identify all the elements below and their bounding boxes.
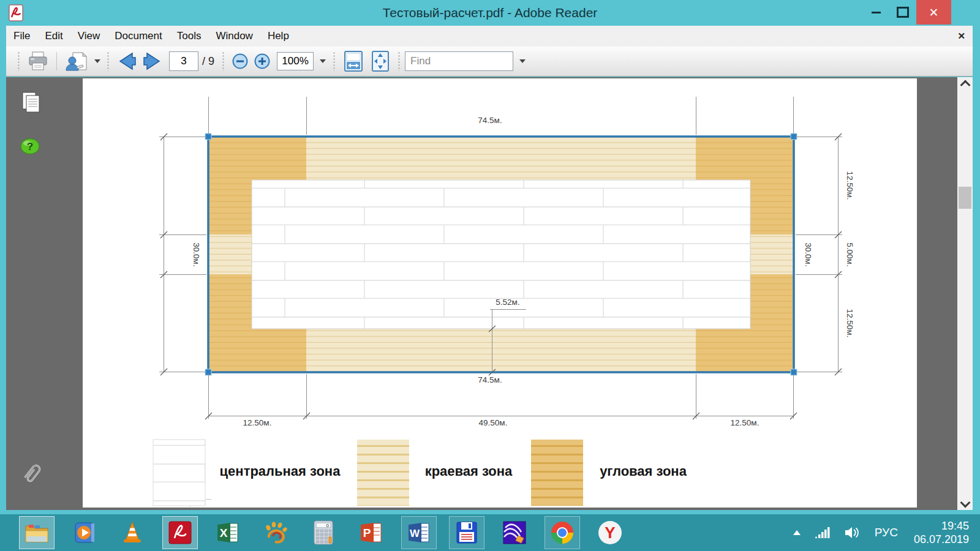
taskbar-app-calculator[interactable]: 0	[306, 516, 341, 549]
menu-tools[interactable]: Tools	[170, 26, 209, 47]
taskbar-app-finereader[interactable]	[497, 516, 532, 549]
toolbar-grip	[17, 51, 21, 71]
triangle-up-icon	[793, 530, 801, 536]
taskbar-app-adobe-reader[interactable]	[162, 516, 198, 549]
system-tray: РУС 19:45 06.07.2019	[793, 514, 969, 551]
network-status-icon[interactable]	[815, 527, 831, 539]
plus-circle-icon	[254, 53, 271, 70]
attachment-paperclip-icon[interactable]	[20, 460, 44, 489]
fit-page-icon	[369, 50, 391, 72]
zoom-in-button[interactable]	[251, 49, 273, 73]
taskbar-app-yandex-browser[interactable]: Y	[592, 516, 628, 549]
calculator-icon: 0	[312, 520, 334, 545]
menu-file[interactable]: File	[6, 26, 37, 47]
taskbar-app-vlc[interactable]	[115, 516, 150, 549]
dim-top: 74.5м.	[478, 116, 502, 125]
taskbar-app-xnview[interactable]	[258, 516, 293, 549]
dim-right-mid: 5.00м.	[845, 242, 854, 266]
volume-icon[interactable]	[844, 526, 861, 539]
scroll-down-button[interactable]	[957, 498, 973, 510]
taskbar-app-word[interactable]: W	[401, 516, 437, 549]
file-explorer-icon	[24, 521, 50, 544]
window-border-right	[973, 26, 980, 510]
svg-text:?: ?	[27, 141, 33, 152]
powerpoint-icon: P	[359, 520, 383, 545]
dim-left-total: 30.0м.	[192, 242, 201, 266]
next-page-button[interactable]	[140, 49, 165, 73]
svg-text:0: 0	[326, 523, 330, 528]
scroll-up-button[interactable]	[957, 77, 973, 89]
person-document-icon	[64, 50, 91, 72]
maximize-button[interactable]	[889, 0, 916, 24]
language-indicator[interactable]: РУС	[875, 526, 898, 539]
svg-text:Y: Y	[605, 523, 615, 542]
toolbar-grip	[398, 51, 401, 71]
dim-bottom-total: 74.5м.	[478, 375, 502, 384]
taskbar: X 0	[0, 514, 980, 551]
page-count-label: / 9	[202, 55, 214, 68]
arrow-right-icon	[142, 51, 163, 71]
taskbar-app-powerpoint[interactable]: P	[353, 516, 389, 549]
dim-right-bottom: 12.50м.	[845, 309, 854, 338]
zoom-level-value[interactable]: 100%	[277, 52, 314, 70]
minus-circle-icon	[232, 53, 249, 70]
taskbar-app-file-explorer[interactable]	[19, 516, 55, 549]
legend-label-central: центральная зона	[220, 463, 341, 479]
find-caret-icon	[519, 59, 526, 63]
pages-panel-icon[interactable]	[20, 91, 44, 114]
menubar-close-icon[interactable]: ✕	[957, 26, 965, 47]
legend-swatch-corner	[531, 440, 583, 506]
menu-bar: File Edit View Document Tools Window Hel…	[6, 26, 974, 47]
dim-bottom-right: 12.50м.	[731, 418, 760, 427]
fit-width-icon	[342, 50, 364, 72]
previous-page-button[interactable]	[114, 49, 140, 73]
clock[interactable]: 19:45 06.07.2019	[914, 519, 969, 547]
yandex-browser-icon: Y	[597, 520, 623, 545]
wind-zones-diagram: 74.5м. 74.5м. 12.50м. 49.50м. 12.50м. 30…	[83, 78, 917, 508]
document-viewport: ?	[6, 77, 974, 510]
print-button[interactable]	[24, 49, 51, 73]
menu-edit[interactable]: Edit	[37, 26, 70, 47]
share-sign-button[interactable]	[62, 49, 103, 73]
vertical-scrollbar[interactable]	[957, 77, 973, 510]
fit-page-button[interactable]	[367, 49, 394, 73]
dim-bottom-center: 49.50м.	[479, 418, 508, 427]
finereader-icon	[502, 520, 527, 545]
minimize-button[interactable]	[862, 0, 889, 24]
menu-window[interactable]: Window	[208, 26, 260, 47]
dim-edge-width: 5.52м.	[496, 298, 519, 307]
menu-help[interactable]: Help	[260, 26, 296, 47]
excel-icon: X	[216, 520, 240, 545]
taskbar-app-media-player[interactable]	[67, 516, 102, 549]
tray-time: 19:45	[914, 519, 969, 533]
window-title: Тестовый-расчет.pdf - Adobe Reader	[0, 0, 980, 26]
title-bar: Тестовый-расчет.pdf - Adobe Reader ✕	[0, 0, 980, 26]
taskbar-app-excel[interactable]: X	[210, 516, 246, 549]
fit-width-button[interactable]	[340, 49, 367, 73]
legend-swatch-edge	[357, 440, 409, 506]
close-button[interactable]: ✕	[916, 0, 951, 24]
zoom-out-button[interactable]	[229, 49, 251, 73]
menu-document[interactable]: Document	[107, 26, 169, 47]
taskbar-app-backup-tool[interactable]	[449, 516, 484, 549]
adobe-reader-icon	[168, 520, 192, 545]
toolbar: / 9 100%	[6, 47, 974, 77]
taskbar-app-chrome[interactable]	[545, 516, 580, 549]
scrollbar-thumb[interactable]	[959, 187, 971, 209]
dim-right-total: 30.0м.	[804, 242, 813, 266]
menu-view[interactable]: View	[70, 26, 108, 47]
svg-text:P: P	[363, 527, 371, 539]
help-icon[interactable]: ?	[20, 137, 42, 156]
media-player-icon	[72, 520, 97, 545]
dim-bottom-left: 12.50м.	[243, 418, 272, 427]
svg-text:W: W	[410, 528, 420, 539]
page-number-input[interactable]	[169, 51, 198, 71]
zoom-dropdown-button[interactable]	[314, 53, 329, 70]
find-input[interactable]	[405, 51, 513, 71]
show-hidden-icons-button[interactable]	[793, 530, 801, 536]
signal-bars-icon	[815, 527, 831, 539]
find-dropdown-button[interactable]	[513, 53, 529, 70]
printer-icon	[27, 51, 49, 72]
speaker-icon	[844, 526, 861, 539]
arrow-left-icon	[116, 51, 137, 71]
